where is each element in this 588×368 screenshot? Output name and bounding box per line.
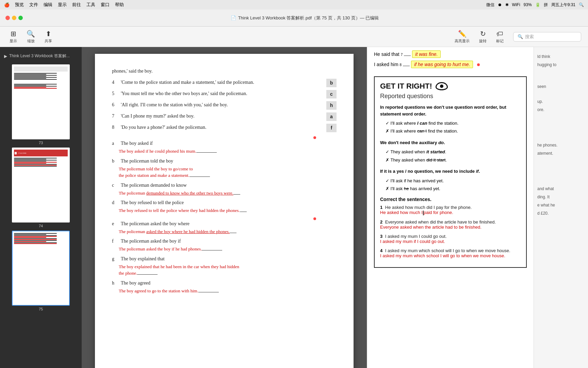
exercise-item-4: 4 'Come to the police station and make a… [112,79,337,87]
letter-badge-h: h [326,101,337,110]
wifi-icon: WiFi [512,2,520,7]
red-dot-1 [313,136,316,139]
exercise-a: a The boy asked if The boy asked if he c… [112,140,337,155]
rule-2: We don't need the auxiliary do. ✓ They a… [380,139,521,164]
menu-tools[interactable]: 工具 [86,2,95,8]
menu-edit[interactable]: 编辑 [44,2,52,8]
zoom-in-button[interactable]: 🔍 缩放 [24,28,38,45]
close-button[interactable] [5,16,10,20]
fill-prefix-2: I asked him [374,62,398,67]
menu-preview[interactable]: 预览 [15,2,24,8]
dot-marker-2 [112,217,337,220]
exercise-d: d The boy refused to tell the police The… [112,199,337,214]
rotate-icon: ↻ [480,30,486,38]
app-window: 📄 Think Level 3 Workbook 答案解析.pdf（第 75 页… [0,10,588,368]
search-placeholder: 搜索 [525,34,534,40]
mac-menu-bar[interactable]: 🍎 预览 文件 编辑 显示 前往 工具 窗口 帮助 [4,2,124,8]
thumbnail-75[interactable]: 75 [12,231,70,311]
thumbnail-image-75[interactable] [12,231,70,306]
thumbnail-image-74[interactable]: 8 IT'S A CRIME [12,148,70,223]
correction-answer-2: Everyone asked when the article had to b… [380,225,481,230]
ex-text-f: The policeman asked the boy if [121,237,337,245]
correction-num-4: 4 [380,248,382,253]
extra-line-3: seen [537,82,585,91]
title-bar: 📄 Think Level 3 Workbook 答案解析.pdf（第 75 页… [0,10,588,27]
fill-row-1: He said that 7 it was fine. [374,50,527,58]
battery-percent: 93% [524,2,532,7]
extra-line-7: atement. [537,149,585,157]
highlight-button[interactable]: ✏️ 高亮显示 [452,28,472,45]
thumbnail-container: 73 8 IT'S A CRIME [0,62,82,314]
rotate-label: 旋转 [479,39,487,44]
sidebar-toggle-button[interactable]: ⊞ 显示 [7,28,20,45]
bookmark-label: 标记 [496,39,504,44]
exercise-f: f The policeman asked the boy if The pol… [112,237,337,252]
sidebar-title-text: Think Level 3 Workbook 答案解... [9,53,70,59]
exercise-item-6: 6 'All right. I'll come to the station w… [112,101,337,110]
letter-badge-b: b [326,79,337,87]
page-scroll[interactable]: phones,' said the boy. 4 'Come to the po… [82,47,367,368]
correction-1: 1 He asked how much did I pay for the ph… [380,205,521,215]
ex-text-a: The boy asked if [121,140,337,147]
extra-line-6: he phones. [537,141,585,149]
main-content: ▶ Think Level 3 Workbook 答案解... [0,47,588,368]
get-it-right-title: GET IT RIGHT! [380,82,432,91]
apple-menu[interactable]: 🍎 [4,2,10,7]
ex-answer-e: The policeman asked the boy where he had… [112,228,337,235]
item-text-4: 'Come to the police station and make a s… [121,79,324,87]
ex-answer-d: The boy refused to tell the police where… [112,207,337,214]
info-column: He said that 7 it was fine. I asked him … [367,47,534,368]
minimize-button[interactable] [12,16,16,20]
correct-sentences-header: Correct the sentences. [380,197,521,202]
exercise-item-5: 5 'You must tell me who the other two bo… [112,90,337,98]
item-text-7: 'Can I phone my mum?' asked the boy. [121,112,324,121]
ex-answer-g: The boy explained that he had been in th… [112,263,337,277]
exercise-h: h The boy agreed The boy agreed to go to… [112,279,337,294]
rule-2-example-cross: ✗ They asked when did it start. [380,156,521,164]
exercise-item-7: 7 'Can I phone my mum?' asked the boy. a [112,112,337,121]
correction-2: 2 Everyone asked when did the article ha… [380,219,521,230]
item-number-4: 4 [112,79,119,87]
ex-answer-f: The policeman asked the boy if he had ph… [112,246,337,252]
correction-original-2: Everyone asked when did the article have… [385,219,496,225]
sidebar: ▶ Think Level 3 Workbook 答案解... [0,47,82,368]
fill-blanks-section: He said that 7 it was fine. I asked him … [367,47,534,68]
exercise-b: b The policeman told the boy The policem… [112,157,337,179]
display-label: 显示 [10,39,17,44]
ex-answer-b: The policeman told the boy to go/come to… [112,166,337,179]
red-dot-2 [313,217,316,220]
menu-window[interactable]: 窗口 [101,2,110,8]
superscript-7: 7 [401,53,403,57]
thumbnail-74[interactable]: 8 IT'S A CRIME [12,148,70,228]
fill-row-2: I asked him 8 if he was going to hurt me… [374,61,527,68]
dot-marker-1 [112,135,337,140]
bookmark-button[interactable]: 🏷 标记 [493,29,506,45]
maximize-button[interactable] [18,16,23,20]
thumbnail-image-73[interactable] [12,64,70,139]
menu-go[interactable]: 前往 [72,2,81,8]
rotate-button[interactable]: ↻ 旋转 [476,28,489,45]
highlight-label: 高亮显示 [455,39,470,44]
share-button[interactable]: ⬆ 共享 [42,28,55,45]
toolbar-right-group: ✏️ 高亮显示 ↻ 旋转 🏷 标记 [452,28,506,45]
menu-display[interactable]: 显示 [58,2,67,8]
ex-label-g: g [112,255,119,262]
search-box[interactable]: 🔍 搜索 [513,32,581,42]
title-text: Think Level 3 Workbook 答案解析.pdf（第 75 页，共… [238,15,379,21]
thumbnail-73[interactable]: 73 [12,64,70,145]
exercise-e: e The policeman asked the boy where The … [112,220,337,235]
menu-file[interactable]: 文件 [29,2,38,8]
thumbnail-label-74: 74 [39,224,43,228]
ex-text-e: The policeman asked the boy where [121,220,337,227]
pdf-area: phones,' said the boy. 4 'Come to the po… [82,47,588,368]
get-it-right-box: GET IT RIGHT! Reported questions In repo… [374,76,527,268]
ex-label-c: c [112,182,119,189]
toolbar: ⊞ 显示 🔍 缩放 ⬆ 共享 ✏️ 高亮显示 ↻ 旋转 🏷 [0,27,588,47]
extra-line-10: e what he [537,201,585,209]
spotlight-icon[interactable]: 🔍 [579,2,584,7]
rule-2-text: We don't need the auxiliary do. [380,139,521,146]
intro-text: phones,' said the boy. [112,67,152,75]
menu-help[interactable]: 帮助 [115,2,124,8]
wechat-icon: 微信 [486,2,494,8]
rule-1-example-check: ✓ I'll ask where I can find the station. [380,119,521,127]
